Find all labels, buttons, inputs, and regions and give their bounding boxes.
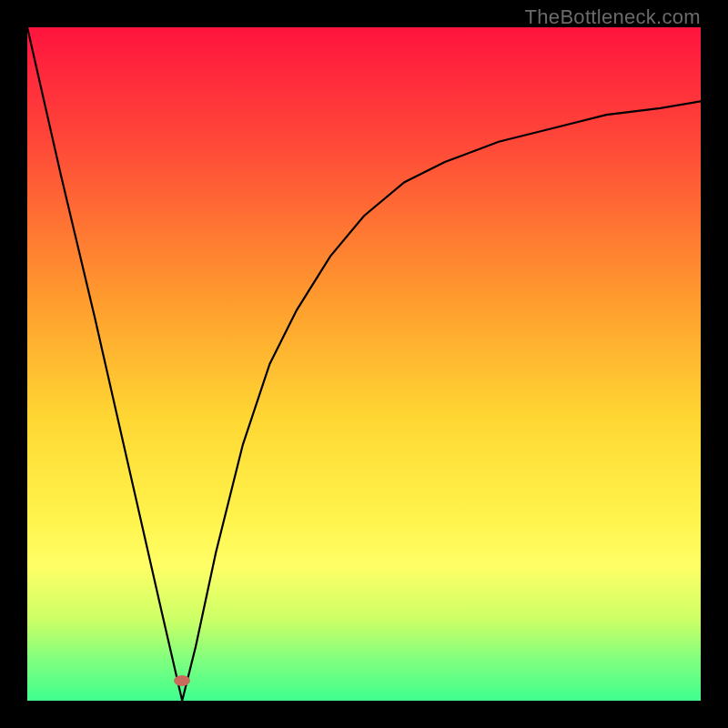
minimum-marker bbox=[174, 675, 190, 686]
watermark-text: TheBottleneck.com bbox=[525, 5, 701, 29]
plot-area bbox=[27, 27, 701, 701]
curve-overlay bbox=[27, 27, 701, 701]
bottleneck-curve bbox=[27, 27, 701, 701]
